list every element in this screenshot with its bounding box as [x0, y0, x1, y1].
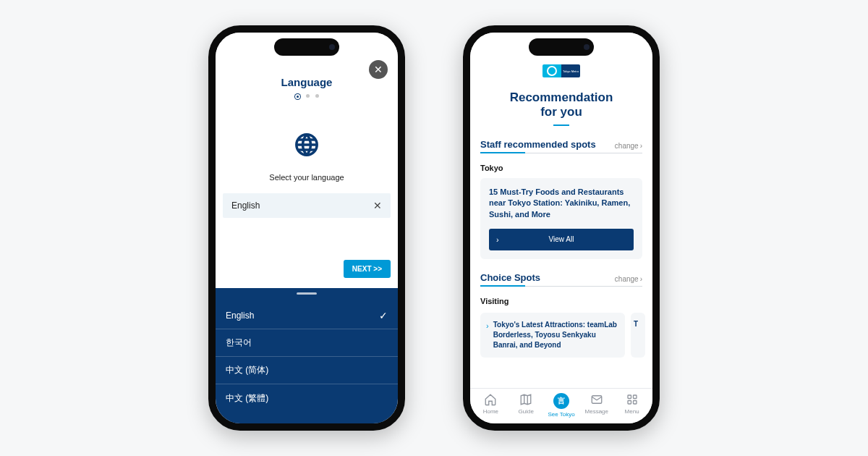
tab-guide[interactable]: Guide — [509, 393, 544, 418]
tab-label: See Tokyo — [548, 411, 574, 418]
device-notch — [529, 38, 594, 56]
tab-label: Home — [483, 408, 498, 415]
tab-label: Message — [585, 408, 608, 415]
logo-text: Tokyo Metro — [561, 64, 580, 77]
chevron-right-icon: › — [640, 275, 642, 283]
see-tokyo-icon: 言 — [553, 393, 569, 409]
section-subtitle: Tokyo — [480, 164, 642, 172]
tab-label: Guide — [519, 408, 534, 415]
page-dot — [306, 94, 310, 98]
home-icon — [484, 393, 497, 406]
tab-home[interactable]: Home — [473, 393, 509, 418]
sheet-drag-handle[interactable] — [297, 292, 317, 295]
section-title: Choice Spots — [480, 272, 540, 283]
tab-menu[interactable]: Menu — [614, 393, 650, 418]
close-button[interactable]: ✕ — [369, 60, 388, 79]
clear-icon[interactable]: ✕ — [373, 200, 382, 211]
svg-rect-5 — [628, 395, 631, 399]
phone-language-setup: ✕ Language Select your language Englis — [208, 25, 405, 431]
page-dot-active — [295, 94, 300, 99]
choice-card[interactable]: › Tokyo's Latest Attractions: teamLab Bo… — [480, 313, 625, 358]
check-icon: ✓ — [379, 310, 388, 321]
phone-recommendation: Tokyo Metro Recommendation for you Staff… — [463, 25, 660, 431]
change-button[interactable]: change › — [615, 142, 642, 150]
svg-rect-6 — [633, 395, 637, 399]
chevron-right-icon: › — [640, 142, 642, 150]
choice-spots-section: Choice Spots change › Visiting › Tokyo's… — [470, 259, 652, 358]
bottom-tab-bar: Home Guide 言 See Tokyo Message Menu — [470, 388, 652, 423]
recommendation-card[interactable]: 15 Must-Try Foods and Restaurants near T… — [480, 178, 642, 259]
tab-label: Menu — [625, 408, 639, 415]
tab-message[interactable]: Message — [579, 393, 614, 418]
section-title: Staff recommended spots — [480, 139, 596, 150]
change-button[interactable]: change › — [615, 275, 642, 283]
next-button[interactable]: NEXT >> — [344, 260, 391, 278]
language-option-label: English — [226, 311, 254, 321]
tokyo-metro-logo: Tokyo Metro — [542, 64, 580, 77]
device-notch — [274, 38, 339, 56]
svg-rect-7 — [628, 401, 631, 405]
choice-cards-row[interactable]: › Tokyo's Latest Attractions: teamLab Bo… — [480, 313, 642, 358]
page-title: Recommendation for you — [470, 90, 652, 120]
language-option-simplified-chinese[interactable]: 中文 (简体) — [216, 357, 398, 384]
language-option-label: 中文 (繁體) — [226, 392, 268, 405]
language-option-english[interactable]: English ✓ — [216, 302, 398, 329]
language-option-label: 中文 (简体) — [226, 364, 268, 376]
map-icon — [519, 393, 532, 406]
tab-see-tokyo[interactable]: 言 See Tokyo — [544, 393, 579, 418]
select-language-label: Select your language — [216, 173, 398, 182]
page-dot — [315, 94, 319, 98]
staff-recommended-section: Staff recommended spots change › Tokyo 1… — [470, 126, 652, 259]
section-subtitle: Visiting — [480, 297, 642, 305]
language-option-korean[interactable]: 한국어 — [216, 329, 398, 357]
close-icon: ✕ — [374, 64, 383, 75]
globe-icon — [294, 132, 319, 157]
grid-icon — [626, 393, 639, 406]
page-indicator — [216, 94, 398, 99]
choice-card-peek[interactable]: T — [631, 313, 645, 358]
selected-language-value: English — [231, 200, 260, 211]
view-all-button[interactable]: › View All — [489, 229, 634, 250]
chevron-right-icon: › — [496, 235, 499, 244]
language-options-sheet: English ✓ 한국어 中文 (简体) 中文 (繁體) — [216, 288, 398, 423]
language-screen-top: ✕ Language Select your language Englis — [216, 33, 398, 278]
chevron-right-icon: › — [486, 321, 489, 350]
logo-mark-icon — [542, 64, 561, 77]
card-title: 15 Must-Try Foods and Restaurants near T… — [489, 187, 634, 220]
screen-title: Language — [216, 76, 398, 88]
svg-rect-8 — [633, 401, 637, 405]
choice-card-title: Tokyo's Latest Attractions: teamLab Bord… — [493, 320, 618, 350]
language-option-traditional-chinese[interactable]: 中文 (繁體) — [216, 384, 398, 412]
language-selector[interactable]: English ✕ — [223, 193, 391, 218]
envelope-icon — [590, 393, 603, 406]
language-option-label: 한국어 — [226, 337, 252, 349]
